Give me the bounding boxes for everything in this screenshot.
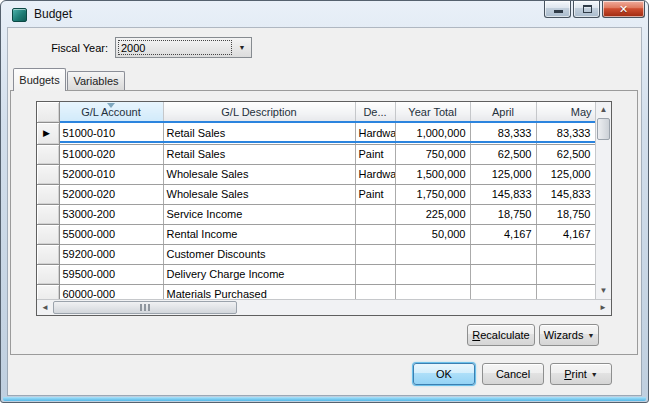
grid-cell[interactable]	[470, 284, 536, 299]
cancel-button[interactable]: Cancel	[482, 363, 544, 385]
fiscal-year-select[interactable]: 2000 ▼	[115, 37, 252, 58]
chevron-down-icon[interactable]: ▼	[234, 39, 250, 56]
grid-cell[interactable]: Materials Purchased	[163, 284, 355, 299]
row-selector[interactable]	[37, 144, 59, 164]
grid-cell[interactable]: 125,000	[536, 164, 595, 184]
grid-cell[interactable]: 60000-000	[59, 284, 163, 299]
print-button[interactable]: Print▼	[550, 363, 612, 385]
grid-cell[interactable]	[470, 264, 536, 284]
grid-cell[interactable]	[536, 284, 595, 299]
row-selector[interactable]	[37, 164, 59, 184]
grid-cell[interactable]: Wholesale Sales	[163, 164, 355, 184]
grid-cell[interactable]	[355, 284, 395, 299]
grid-cell[interactable]	[536, 264, 595, 284]
grid-table-area: G/L Account G/L Description De... Year T…	[37, 102, 595, 299]
grid-cell[interactable]: Delivery Charge Income	[163, 264, 355, 284]
current-row-icon: ▶	[38, 124, 58, 143]
column-header-selector	[37, 102, 59, 122]
grid-cell[interactable]: 18,750	[470, 204, 536, 224]
wizards-button[interactable]: Wizards▼	[539, 324, 599, 346]
grid-cell[interactable]: 4,167	[470, 224, 536, 244]
row-selector[interactable]	[37, 224, 59, 244]
grid-cell[interactable]	[355, 264, 395, 284]
grid-cell[interactable]: Retail Sales	[163, 144, 355, 164]
grid-cell[interactable]	[536, 244, 595, 264]
grid-cell[interactable]: 4,167	[536, 224, 595, 244]
row-selector[interactable]	[37, 264, 59, 284]
scroll-up-icon[interactable]: ▲	[596, 103, 611, 117]
grid-cell[interactable]	[355, 204, 395, 224]
title-bar[interactable]: Budget ✕	[1, 1, 648, 28]
grid-cell[interactable]: 225,000	[395, 204, 470, 224]
grid-cell[interactable]: Paint	[355, 144, 395, 164]
row-selector[interactable]	[37, 184, 59, 204]
sort-descending-icon	[107, 103, 115, 108]
column-header-april[interactable]: April	[470, 102, 536, 122]
horizontal-scrollbar[interactable]: ◄ ►	[37, 299, 611, 315]
horizontal-scrollbar-thumb[interactable]	[53, 301, 237, 314]
grid-cell[interactable]: Customer Discounts	[163, 244, 355, 264]
grid-cell[interactable]: 52000-010	[59, 164, 163, 184]
grid-cell[interactable]	[355, 244, 395, 264]
row-selector[interactable]: ▶	[37, 122, 59, 144]
table-row: 52000-010Wholesale SalesHardware1,500,00…	[37, 164, 595, 184]
column-header-year-total[interactable]: Year Total	[395, 102, 470, 122]
book-icon	[12, 8, 27, 22]
grid-cell[interactable]: 145,833	[536, 184, 595, 204]
grid-cell[interactable]: 18,750	[536, 204, 595, 224]
grid-cell[interactable]: 52000-020	[59, 184, 163, 204]
grid-cell[interactable]: 53000-200	[59, 204, 163, 224]
column-header-gl-description[interactable]: G/L Description	[163, 102, 355, 122]
column-header-gl-account[interactable]: G/L Account	[59, 102, 163, 122]
table-row: 60000-000Materials Purchased	[37, 284, 595, 299]
grid-cell[interactable]: 750,000	[395, 144, 470, 164]
grid-cell[interactable]: Service Income	[163, 204, 355, 224]
grid-cell[interactable]: 1,750,000	[395, 184, 470, 204]
maximize-icon	[583, 5, 592, 13]
grid-cell[interactable]	[355, 224, 395, 244]
grid-cell[interactable]: 55000-000	[59, 224, 163, 244]
column-header-may[interactable]: May	[536, 102, 595, 122]
grid-cell[interactable]: 145,833	[470, 184, 536, 204]
grid-cell[interactable]: 59500-000	[59, 264, 163, 284]
table-row: 59500-000Delivery Charge Income	[37, 264, 595, 284]
row-selector[interactable]	[37, 284, 59, 299]
grid-cell[interactable]: Rental Income	[163, 224, 355, 244]
maximize-button[interactable]	[573, 1, 600, 18]
fiscal-year-value: 2000	[118, 40, 232, 55]
tab-variables[interactable]: Variables	[67, 71, 125, 90]
budget-grid: G/L Account G/L Description De... Year T…	[36, 101, 612, 316]
dropdown-arrow-icon: ▼	[587, 332, 594, 339]
vertical-scrollbar[interactable]: ▲ ▼	[595, 102, 611, 299]
close-button[interactable]: ✕	[602, 1, 645, 18]
grid-cell[interactable]: 62,500	[536, 144, 595, 164]
grid-cell[interactable]	[395, 244, 470, 264]
scroll-right-icon[interactable]: ►	[596, 300, 610, 315]
grid-cell[interactable]: 62,500	[470, 144, 536, 164]
scroll-down-icon[interactable]: ▼	[596, 284, 611, 298]
grid-cell[interactable]: Wholesale Sales	[163, 184, 355, 204]
ok-button[interactable]: OK	[413, 363, 475, 385]
grid-cell[interactable]: Paint	[355, 184, 395, 204]
grid-cell[interactable]: 125,000	[470, 164, 536, 184]
grid-cell[interactable]	[395, 284, 470, 299]
grid-cell[interactable]: 59200-000	[59, 244, 163, 264]
column-header-dept[interactable]: De...	[355, 102, 395, 122]
row-selector[interactable]	[37, 244, 59, 264]
fiscal-year-label: Fiscal Year:	[8, 42, 108, 54]
vertical-scrollbar-thumb[interactable]	[597, 118, 610, 140]
scroll-left-icon[interactable]: ◄	[38, 300, 52, 315]
grid-cell[interactable]: 1,500,000	[395, 164, 470, 184]
selected-row-top-border	[60, 121, 595, 123]
recalculate-button[interactable]: Recalculate	[467, 324, 535, 346]
grid-cell[interactable]: 51000-020	[59, 144, 163, 164]
grid-cell[interactable]	[470, 244, 536, 264]
close-icon: ✕	[603, 1, 644, 17]
tab-budgets[interactable]: Budgets	[13, 68, 66, 91]
scrollbar-grip-icon	[144, 304, 146, 311]
grid-cell[interactable]: 50,000	[395, 224, 470, 244]
grid-cell[interactable]	[395, 264, 470, 284]
grid-cell[interactable]: Hardware	[355, 164, 395, 184]
minimize-button[interactable]	[544, 1, 571, 18]
row-selector[interactable]	[37, 204, 59, 224]
